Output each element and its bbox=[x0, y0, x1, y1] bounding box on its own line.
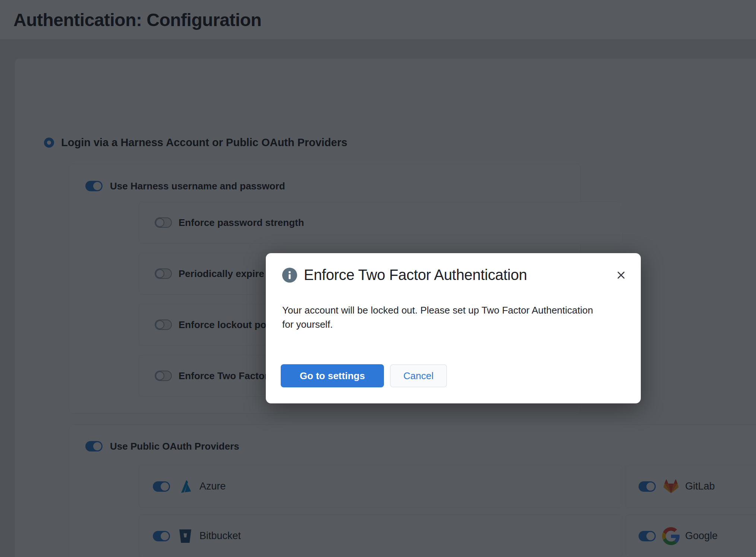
close-icon bbox=[615, 270, 627, 281]
modal-actions: Go to settings Cancel bbox=[281, 364, 447, 387]
modal-message: Your account will be locked out. Please … bbox=[282, 303, 603, 331]
two-factor-modal: Enforce Two Factor Authentication Your a… bbox=[266, 253, 641, 403]
info-icon bbox=[282, 268, 297, 283]
modal-title: Enforce Two Factor Authentication bbox=[304, 267, 527, 283]
close-button[interactable] bbox=[615, 269, 627, 281]
modal-header: Enforce Two Factor Authentication bbox=[282, 267, 527, 283]
go-to-settings-button[interactable]: Go to settings bbox=[281, 364, 384, 387]
cancel-button[interactable]: Cancel bbox=[390, 364, 447, 387]
